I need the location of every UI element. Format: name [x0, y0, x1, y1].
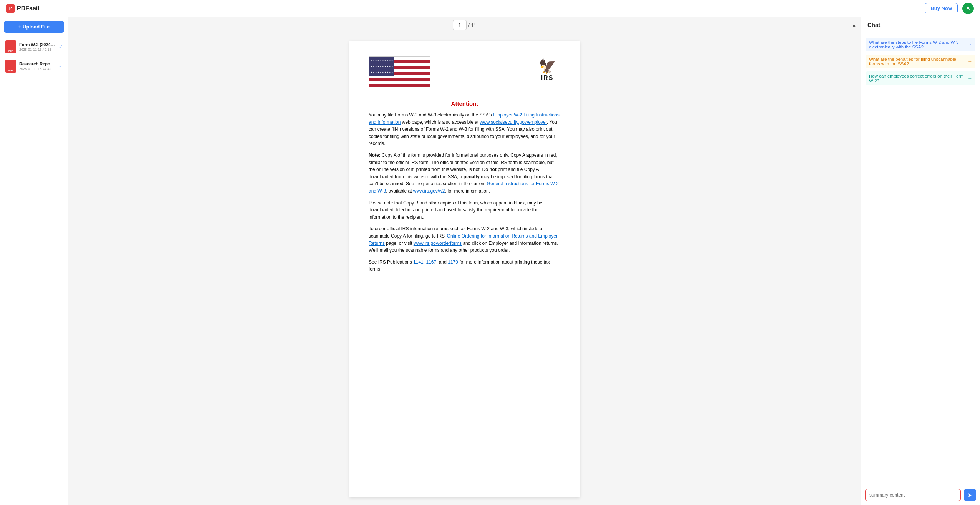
attention-title: Attention:: [369, 100, 561, 107]
pdf-paragraph-3: Please note that Copy B and other copies…: [369, 199, 561, 221]
file-name-research: Rasoarch Repor.pdf: [19, 61, 56, 66]
pdf-paragraph-1: You may file Forms W-2 and W-3 electroni…: [369, 111, 561, 147]
chat-header: Chat: [861, 17, 980, 33]
file-check-w2: ✓: [59, 44, 63, 50]
pub-1141-link[interactable]: 1141: [413, 259, 424, 265]
flag-canton: ★★★★★★ ★★★★★★ ★★★★★★ ★★★★★★ ★★★★★★: [369, 57, 394, 76]
file-check-research: ✓: [59, 63, 63, 69]
note-label: Note:: [369, 153, 381, 158]
suggestion-arrow-3: →: [968, 76, 972, 81]
app-header: P PDFsail Buy Now A: [0, 0, 980, 17]
send-icon: ➤: [968, 492, 972, 498]
chat-input[interactable]: [865, 489, 961, 501]
logo-icon: P: [6, 4, 15, 13]
pub-1167-link[interactable]: 1167: [426, 259, 436, 265]
pdf-paragraph-5: See IRS Publications 1141, 1167, and 117…: [369, 259, 561, 273]
chat-input-area: ➤: [861, 485, 980, 505]
orderforms-link[interactable]: www.irs.gov/orderforms: [414, 241, 462, 246]
irs-w2-link[interactable]: www.irs.gov/w2: [413, 188, 445, 194]
main-content: 1 / 11 ▲ ★★★★★★ ★★★★★★ ★★★★★★ ★★★★★★: [68, 17, 861, 505]
file-icon-research: [5, 60, 16, 73]
file-icon-w2: [5, 40, 16, 53]
general-instructions-link[interactable]: General Instructions for Forms W-2 and W…: [369, 181, 559, 194]
online-ordering-link[interactable]: Online Ordering for Information Returns …: [369, 233, 558, 246]
suggestion-text-2: What are the penalties for filing unscan…: [869, 57, 966, 66]
page-input-wrapper: 1 / 11: [453, 20, 477, 30]
suggestion-text-3: How can employees correct errors on thei…: [869, 74, 966, 83]
file-name-w2: Form W-2 (2024) .pdf: [19, 42, 56, 47]
flag-image: ★★★★★★ ★★★★★★ ★★★★★★ ★★★★★★ ★★★★★★: [369, 56, 430, 91]
pdf-paragraph-4: To order official IRS information return…: [369, 225, 561, 254]
scroll-up-button[interactable]: ▲: [852, 22, 856, 28]
file-info-w2: Form W-2 (2024) .pdf 2025-01-11 16:40:15: [19, 42, 56, 51]
page-navigation: 1 / 11 ▲: [68, 17, 861, 33]
file-date-w2: 2025-01-11 16:40:15: [19, 48, 56, 51]
page-number-input[interactable]: 1: [453, 20, 467, 30]
avatar[interactable]: A: [962, 3, 974, 14]
chat-send-button[interactable]: ➤: [964, 489, 976, 501]
pdf-paragraph-2: Note: Copy A of this form is provided fo…: [369, 152, 561, 195]
chat-panel: Chat What are the steps to file Forms W-…: [861, 17, 980, 505]
file-item-w2[interactable]: Form W-2 (2024) .pdf 2025-01-11 16:40:15…: [2, 37, 66, 56]
header-right: Buy Now A: [925, 3, 974, 14]
suggestion-item-1[interactable]: What are the steps to file Forms W-2 and…: [866, 38, 975, 51]
pdf-body: Attention: You may file Forms W-2 and W-…: [369, 100, 561, 273]
logo-text: PDFsail: [17, 5, 40, 12]
suggestion-arrow-1: →: [968, 42, 972, 47]
chat-suggestions: What are the steps to file Forms W-2 and…: [861, 33, 980, 485]
flag-stars: ★★★★★★ ★★★★★★ ★★★★★★ ★★★★★★ ★★★★★★: [369, 57, 394, 76]
page-total: / 11: [468, 22, 477, 28]
file-info-research: Rasoarch Repor.pdf 2025-01-11 15:44:49: [19, 61, 56, 71]
logo: P PDFsail: [6, 4, 40, 13]
suggestion-item-3[interactable]: How can employees correct errors on thei…: [866, 71, 975, 85]
sidebar: + Upload File Form W-2 (2024) .pdf 2025-…: [0, 17, 68, 505]
upload-file-button[interactable]: + Upload File: [4, 21, 64, 33]
pdf-viewer[interactable]: ★★★★★★ ★★★★★★ ★★★★★★ ★★★★★★ ★★★★★★ 🦅 IRS: [68, 33, 861, 505]
irs-eagle-icon: 🦅: [539, 58, 556, 75]
pdf-page: ★★★★★★ ★★★★★★ ★★★★★★ ★★★★★★ ★★★★★★ 🦅 IRS: [349, 41, 580, 497]
socialsecurity-link[interactable]: www.socialsecurity.gov/employer: [480, 120, 547, 125]
suggestion-text-1: What are the steps to file Forms W-2 and…: [869, 40, 966, 49]
file-item-research[interactable]: Rasoarch Repor.pdf 2025-01-11 15:44:49 ✓: [2, 56, 66, 76]
file-date-research: 2025-01-11 15:44:49: [19, 67, 56, 71]
buy-now-button[interactable]: Buy Now: [925, 3, 958, 13]
suggestion-item-2[interactable]: What are the penalties for filing unscan…: [866, 55, 975, 68]
suggestion-arrow-2: →: [968, 59, 972, 64]
irs-logo: 🦅 IRS: [534, 56, 561, 83]
pub-1179-link[interactable]: 1179: [448, 259, 458, 265]
main-layout: + Upload File Form W-2 (2024) .pdf 2025-…: [0, 17, 980, 505]
pdf-header-image: ★★★★★★ ★★★★★★ ★★★★★★ ★★★★★★ ★★★★★★ 🦅 IRS: [369, 56, 561, 91]
irs-text: IRS: [541, 75, 554, 81]
